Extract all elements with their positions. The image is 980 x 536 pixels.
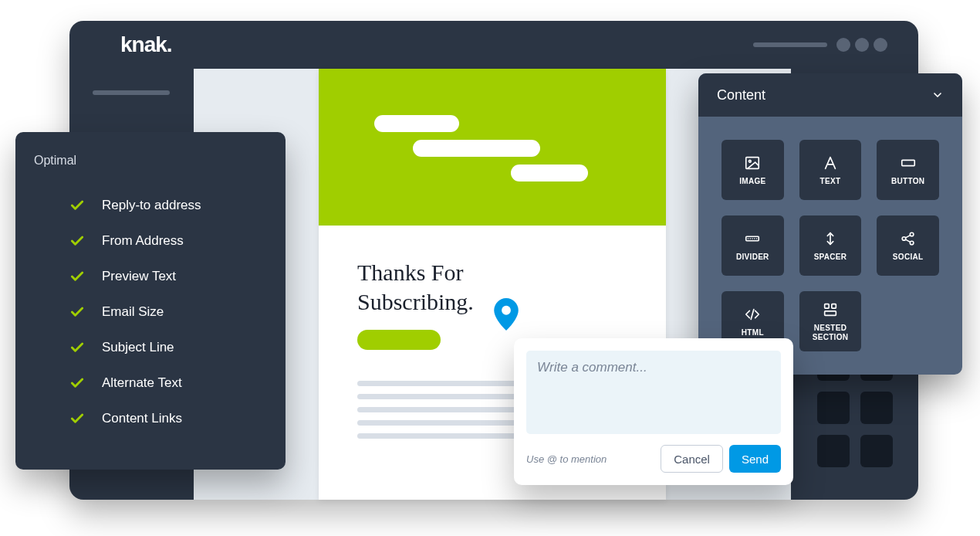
email-heading-line1: Thanks For (357, 260, 464, 285)
image-icon (744, 154, 761, 171)
check-icon (69, 269, 85, 284)
nested-section-icon (822, 301, 839, 318)
email-heading[interactable]: Thanks For Subscribing. (357, 258, 627, 316)
header-dots (836, 38, 887, 52)
app-header: knak. (69, 21, 918, 69)
check-icon (69, 198, 85, 213)
checklist-label: Reply-to address (102, 198, 201, 213)
check-icon (69, 340, 85, 355)
checklist-label: From Address (102, 233, 184, 249)
optimal-title: Optimal (34, 154, 270, 168)
content-tile-social[interactable]: SOCIAL (877, 215, 939, 276)
content-panel: Content IMAGE TEXT BUTTON DIVIDER SPACER… (698, 73, 962, 375)
checklist-label: Subject Line (102, 340, 174, 355)
body-line (357, 433, 525, 439)
svg-point-19 (502, 306, 511, 315)
checklist-label: Preview Text (102, 269, 176, 284)
comment-buttons: Cancel Send (661, 445, 781, 473)
check-icon (69, 375, 85, 391)
checklist-label: Content Links (102, 411, 182, 426)
window-dot[interactable] (836, 38, 850, 52)
comment-pin-icon[interactable] (494, 298, 519, 331)
comment-textarea[interactable]: Write a comment... (526, 351, 781, 434)
svg-line-15 (751, 309, 754, 319)
tile-label: BUTTON (891, 177, 924, 186)
sidebar-placeholder (93, 90, 170, 95)
svg-rect-17 (832, 304, 836, 309)
header-placeholder-line (753, 42, 827, 47)
svg-rect-0 (746, 157, 759, 168)
email-cta-button[interactable] (357, 330, 441, 350)
svg-rect-2 (901, 160, 914, 165)
builder-box[interactable] (860, 435, 893, 467)
svg-line-13 (905, 235, 910, 237)
button-icon (900, 154, 917, 171)
cancel-button[interactable]: Cancel (661, 445, 723, 473)
content-grid: IMAGE TEXT BUTTON DIVIDER SPACER SOCIAL … (698, 117, 962, 375)
checklist-item-preview-text[interactable]: Preview Text (34, 259, 270, 294)
html-icon (744, 306, 761, 323)
content-tile-text[interactable]: TEXT (799, 140, 862, 200)
checklist-item-from-address[interactable]: From Address (34, 223, 270, 259)
chevron-down-icon (931, 89, 944, 101)
checklist-item-subject-line[interactable]: Subject Line (34, 330, 270, 365)
checklist-label: Alternate Text (102, 375, 182, 391)
tile-label: NESTED SECTION (813, 324, 849, 341)
checklist-item-alternate-text[interactable]: Alternate Text (34, 365, 270, 401)
check-icon (69, 304, 85, 320)
svg-point-1 (749, 160, 752, 162)
svg-rect-16 (825, 304, 830, 309)
tile-label: IMAGE (739, 177, 765, 186)
spacer-icon (822, 230, 839, 247)
window-dot[interactable] (874, 38, 887, 52)
tile-label: HTML (742, 328, 764, 338)
check-icon (69, 233, 85, 249)
checklist-item-content-links[interactable]: Content Links (34, 401, 270, 436)
email-heading-line2: Subscribing. (357, 289, 474, 314)
checklist-item-email-size[interactable]: Email Size (34, 294, 270, 330)
text-icon (822, 154, 839, 171)
hero-text-placeholder (511, 165, 588, 181)
checklist-item-reply-to[interactable]: Reply-to address (34, 188, 270, 223)
header-right (753, 38, 887, 52)
builder-box[interactable] (860, 392, 893, 424)
content-tile-image[interactable]: IMAGE (721, 140, 784, 200)
tile-label: TEXT (820, 177, 841, 186)
tile-label: SPACER (814, 253, 847, 262)
content-tile-button[interactable]: BUTTON (877, 140, 939, 200)
hero-text-placeholder (374, 115, 459, 132)
comment-footer: Use @ to mention Cancel Send (526, 445, 781, 473)
comment-popup: Write a comment... Use @ to mention Canc… (514, 338, 793, 485)
tile-label: DIVIDER (736, 253, 769, 262)
window-dot[interactable] (855, 38, 869, 52)
checklist-label: Email Size (102, 304, 164, 320)
content-tile-divider[interactable]: DIVIDER (721, 215, 784, 276)
builder-box[interactable] (817, 435, 850, 467)
hero-text-placeholder (413, 140, 540, 157)
social-icon (900, 230, 917, 247)
builder-box[interactable] (817, 392, 850, 424)
content-panel-header[interactable]: Content (698, 73, 962, 117)
tile-label: SOCIAL (893, 253, 924, 262)
divider-icon (744, 230, 761, 247)
email-hero (319, 69, 666, 226)
send-button[interactable]: Send (729, 445, 781, 473)
svg-rect-18 (825, 311, 836, 316)
svg-line-14 (905, 239, 910, 242)
brand-logo: knak. (120, 32, 172, 57)
content-panel-title: Content (717, 87, 765, 103)
optimal-panel: Optimal Reply-to address From Address Pr… (15, 132, 286, 470)
content-tile-nested-section[interactable]: NESTED SECTION (799, 291, 862, 351)
mention-hint: Use @ to mention (526, 453, 607, 465)
content-tile-spacer[interactable]: SPACER (799, 215, 862, 276)
check-icon (69, 411, 85, 426)
